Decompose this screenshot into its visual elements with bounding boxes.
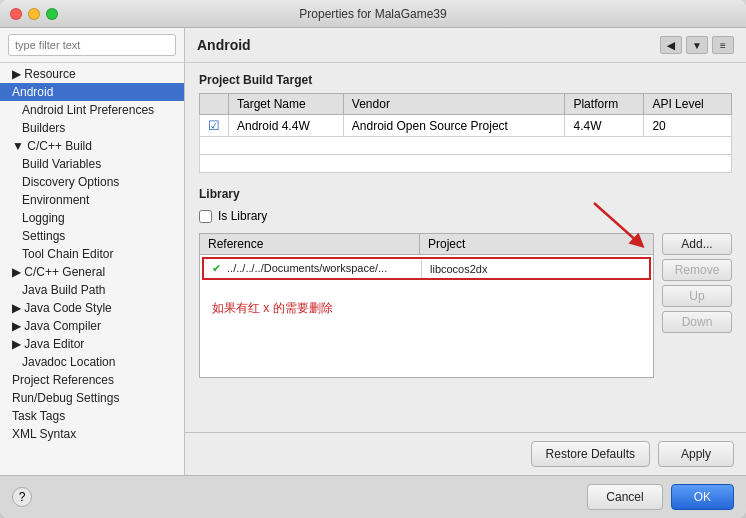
java-build-path-label: Java Build Path <box>22 283 105 297</box>
footer-bar: ? Cancel OK <box>0 475 746 518</box>
sidebar-item-project-references[interactable]: Project References <box>0 371 184 389</box>
apply-button[interactable]: Apply <box>658 441 734 467</box>
sidebar-item-java-code-style[interactable]: ▶ Java Code Style <box>0 299 184 317</box>
check-icon: ☑ <box>208 118 220 133</box>
is-library-checkbox[interactable] <box>199 210 212 223</box>
empty-row-1 <box>200 137 732 155</box>
arrow-annotation <box>584 198 654 253</box>
close-button[interactable] <box>10 8 22 20</box>
svg-line-1 <box>594 203 639 243</box>
xml-syntax-label: XML Syntax <box>12 427 76 441</box>
sidebar-item-android[interactable]: Android <box>0 83 184 101</box>
forward-icon-btn[interactable]: ▼ <box>686 36 708 54</box>
title-bar: Properties for MalaGame39 <box>0 0 746 28</box>
api-level-cell: 20 <box>644 115 732 137</box>
col-platform: Platform <box>565 94 644 115</box>
sidebar-item-environment[interactable]: Environment <box>0 191 184 209</box>
sidebar-item-cpp-build[interactable]: ▼ C/C++ Build <box>0 137 184 155</box>
sidebar-item-cpp-general[interactable]: ▶ C/C++ General <box>0 263 184 281</box>
ref-table: Reference Project ✔ ../../../../Document… <box>199 233 654 378</box>
build-target-table: Target Name Vendor Platform API Level ☑ … <box>199 93 732 173</box>
sidebar-item-tool-chain-editor[interactable]: Tool Chain Editor <box>0 245 184 263</box>
sidebar-item-builders[interactable]: Builders <box>0 119 184 137</box>
col-vendor: Vendor <box>343 94 565 115</box>
environment-label: Environment <box>22 193 89 207</box>
side-buttons: Add... Remove Up Down <box>662 233 732 378</box>
vendor-cell: Android Open Source Project <box>343 115 565 137</box>
panel-header-icons: ◀ ▼ ≡ <box>660 36 734 54</box>
ok-button[interactable]: OK <box>671 484 734 510</box>
col-api-level: API Level <box>644 94 732 115</box>
ref-path-text: ../../../../Documents/workspace/... <box>227 262 387 274</box>
annotation-text: 如果有红 x 的需要删除 <box>208 296 645 321</box>
right-panel: Android ◀ ▼ ≡ Project Build Target Targe… <box>185 28 746 475</box>
sidebar-item-settings[interactable]: Settings <box>0 227 184 245</box>
panel-body: Project Build Target Target Name Vendor … <box>185 63 746 432</box>
ref-col-reference: Reference <box>200 234 420 254</box>
restore-defaults-button[interactable]: Restore Defaults <box>531 441 650 467</box>
empty-row-2 <box>200 155 732 173</box>
col-check <box>200 94 229 115</box>
footer-actions: Cancel OK <box>587 484 734 510</box>
main-window: Properties for MalaGame39 ▶ Resource And… <box>0 0 746 518</box>
down-button[interactable]: Down <box>662 311 732 333</box>
ref-project-cell: libcocos2dx <box>422 260 649 278</box>
sidebar-item-javadoc-location[interactable]: Javadoc Location <box>0 353 184 371</box>
sidebar-item-discovery-options[interactable]: Discovery Options <box>0 173 184 191</box>
run-debug-label: Run/Debug Settings <box>12 391 119 405</box>
cpp-build-label: ▼ C/C++ Build <box>12 139 92 153</box>
sidebar-item-run-debug[interactable]: Run/Debug Settings <box>0 389 184 407</box>
javadoc-location-label: Javadoc Location <box>22 355 115 369</box>
green-check-icon: ✔ <box>212 262 221 274</box>
sidebar-item-build-variables[interactable]: Build Variables <box>0 155 184 173</box>
filter-input[interactable] <box>8 34 176 56</box>
remove-button[interactable]: Remove <box>662 259 732 281</box>
row-check-cell: ☑ <box>200 115 229 137</box>
panel-title: Android <box>197 37 251 53</box>
ref-table-area: Reference Project ✔ ../../../../Document… <box>199 233 732 378</box>
logging-label: Logging <box>22 211 65 225</box>
android-lint-label: Android Lint Preferences <box>22 103 154 117</box>
sidebar-item-java-editor[interactable]: ▶ Java Editor <box>0 335 184 353</box>
table-row[interactable]: ☑ Android 4.4W Android Open Source Proje… <box>200 115 732 137</box>
project-references-label: Project References <box>12 373 114 387</box>
add-button[interactable]: Add... <box>662 233 732 255</box>
settings-label: Settings <box>22 229 65 243</box>
tool-chain-editor-label: Tool Chain Editor <box>22 247 113 261</box>
sidebar-item-xml-syntax[interactable]: XML Syntax <box>0 425 184 443</box>
up-button[interactable]: Up <box>662 285 732 307</box>
bottom-bar: Restore Defaults Apply <box>185 432 746 475</box>
library-section: Library Is Library <box>199 187 732 378</box>
filter-wrap <box>0 28 184 63</box>
resource-label: ▶ Resource <box>12 67 76 81</box>
sidebar-item-java-build-path[interactable]: Java Build Path <box>0 281 184 299</box>
maximize-button[interactable] <box>46 8 58 20</box>
back-icon-btn[interactable]: ◀ <box>660 36 682 54</box>
ref-path-cell: ✔ ../../../../Documents/workspace/... <box>204 259 422 278</box>
java-compiler-label: ▶ Java Compiler <box>12 319 101 333</box>
discovery-options-label: Discovery Options <box>22 175 119 189</box>
sidebar-item-logging[interactable]: Logging <box>0 209 184 227</box>
task-tags-label: Task Tags <box>12 409 65 423</box>
is-library-label: Is Library <box>218 209 267 223</box>
window-title: Properties for MalaGame39 <box>299 7 446 21</box>
sidebar-item-android-lint[interactable]: Android Lint Preferences <box>0 101 184 119</box>
empty-area <box>200 327 653 377</box>
sidebar-item-resource[interactable]: ▶ Resource <box>0 65 184 83</box>
minimize-button[interactable] <box>28 8 40 20</box>
main-content: ▶ Resource Android Android Lint Preferen… <box>0 28 746 475</box>
builders-label: Builders <box>22 121 65 135</box>
sidebar-item-task-tags[interactable]: Task Tags <box>0 407 184 425</box>
cancel-button[interactable]: Cancel <box>587 484 662 510</box>
ref-table-row[interactable]: ✔ ../../../../Documents/workspace/... li… <box>202 257 651 280</box>
platform-cell: 4.4W <box>565 115 644 137</box>
help-button[interactable]: ? <box>12 487 32 507</box>
build-target-section-title: Project Build Target <box>199 73 732 87</box>
sidebar-item-java-compiler[interactable]: ▶ Java Compiler <box>0 317 184 335</box>
java-editor-label: ▶ Java Editor <box>12 337 84 351</box>
cpp-general-label: ▶ C/C++ General <box>12 265 105 279</box>
sidebar: ▶ Resource Android Android Lint Preferen… <box>0 28 185 475</box>
android-label: Android <box>12 85 53 99</box>
target-name-cell: Android 4.4W <box>229 115 344 137</box>
menu-icon-btn[interactable]: ≡ <box>712 36 734 54</box>
